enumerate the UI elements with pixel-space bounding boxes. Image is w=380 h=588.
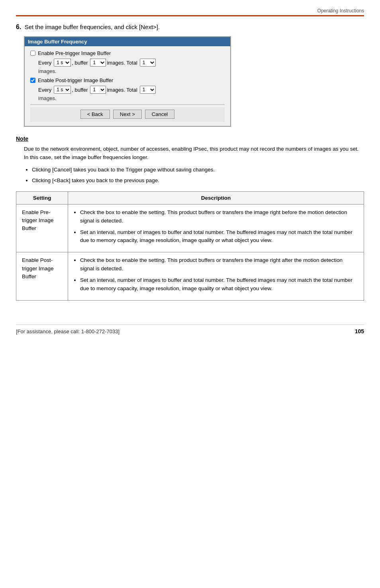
- pre-trigger-checkbox[interactable]: [30, 51, 35, 56]
- pre-every-label: Every: [38, 60, 51, 66]
- post-desc-1: Check the box to enable the setting. Thi…: [80, 256, 358, 273]
- post-every-label: Every: [38, 87, 51, 93]
- pre-trigger-row: Enable Pre-trigger Image Buffer: [30, 50, 225, 56]
- post-trigger-row: Enable Post-trigger Image Buffer: [30, 77, 225, 83]
- header-text: Operating Instructions: [317, 8, 364, 14]
- settings-table: Setting Description Enable Pre-trigger I…: [16, 191, 364, 301]
- page-footer: [For assistance, please call: 1-800-272-…: [16, 324, 364, 334]
- post-total-select[interactable]: 1 2 5: [140, 86, 156, 94]
- back-button[interactable]: < Back: [80, 110, 110, 119]
- note-paragraph: Due to the network environment, object, …: [24, 145, 364, 162]
- pre-desc-2: Set an interval, number of images to buf…: [80, 228, 358, 245]
- step-heading: 6. Set the image buffer frequencies, and…: [16, 24, 364, 31]
- dialog-body: Enable Pre-trigger Image Buffer Every 1 …: [25, 46, 230, 126]
- table-row: Enable Pre-trigger Image Buffer Check th…: [16, 204, 364, 252]
- pre-trigger-setting-name: Enable Pre-trigger Image Buffer: [16, 204, 68, 252]
- post-desc-2: Set an interval, number of images to buf…: [80, 276, 358, 293]
- pre-buffer-select[interactable]: 1 2 5: [90, 59, 106, 67]
- table-header-row: Setting Description: [16, 191, 364, 204]
- col-setting: Setting: [16, 191, 68, 204]
- post-buffer-select[interactable]: 1 2 5: [90, 86, 106, 94]
- pre-trigger-label: Enable Pre-trigger Image Buffer: [38, 50, 111, 56]
- post-trigger-checkbox[interactable]: [30, 78, 35, 83]
- post-images-label: images. Total: [107, 87, 137, 93]
- note-bullets: Clicking [Cancel] takes you back to the …: [32, 166, 364, 185]
- post-buffer-label: , buffer: [72, 87, 88, 93]
- dialog-title: Image Buffer Frequency: [25, 37, 230, 46]
- note-section: Note Due to the network environment, obj…: [16, 136, 364, 185]
- note-title: Note: [16, 136, 364, 142]
- cancel-button[interactable]: Cancel: [145, 110, 174, 119]
- pre-every-select[interactable]: 1 s 2 s 3 s: [54, 59, 71, 67]
- table-row: Enable Post-trigger Image Buffer Check t…: [16, 252, 364, 301]
- pre-trigger-controls: Every 1 s 2 s 3 s , buffer 1 2 5 images.…: [38, 59, 225, 67]
- dialog-buttons: < Back Next > Cancel: [30, 107, 225, 122]
- footer-assistance: [For assistance, please call: 1-800-272-…: [16, 328, 119, 334]
- post-trigger-setting-name: Enable Post-trigger Image Buffer: [16, 252, 68, 301]
- note-bullet-2: Clicking [<Back] takes you back to the p…: [32, 177, 364, 185]
- note-bullet-1: Clicking [Cancel] takes you back to the …: [32, 166, 364, 174]
- post-trigger-setting-desc: Check the box to enable the setting. Thi…: [68, 252, 364, 301]
- step-number: 6.: [16, 24, 21, 30]
- pre-images-suffix: images.: [38, 68, 225, 74]
- post-every-select[interactable]: 1 s 2 s 3 s: [54, 86, 71, 94]
- dialog-separator: [30, 104, 225, 105]
- pre-total-select[interactable]: 1 2 5: [140, 59, 156, 67]
- pre-trigger-setting-desc: Check the box to enable the setting. Thi…: [68, 204, 364, 252]
- step-text: Set the image buffer frequencies, and cl…: [25, 24, 160, 30]
- image-buffer-dialog: Image Buffer Frequency Enable Pre-trigge…: [24, 36, 231, 127]
- post-trigger-label: Enable Post-trigger Image Buffer: [38, 77, 113, 83]
- pre-desc-1: Check the box to enable the setting. Thi…: [80, 208, 358, 225]
- page-number: 105: [355, 328, 364, 334]
- header-bar: Operating Instructions: [16, 8, 364, 16]
- post-images-suffix: images.: [38, 95, 225, 101]
- post-trigger-controls: Every 1 s 2 s 3 s , buffer 1 2 5 images.…: [38, 86, 225, 94]
- col-description: Description: [68, 191, 364, 204]
- pre-images-label: images. Total: [107, 60, 137, 66]
- next-button[interactable]: Next >: [113, 110, 142, 119]
- pre-buffer-label: , buffer: [72, 60, 88, 66]
